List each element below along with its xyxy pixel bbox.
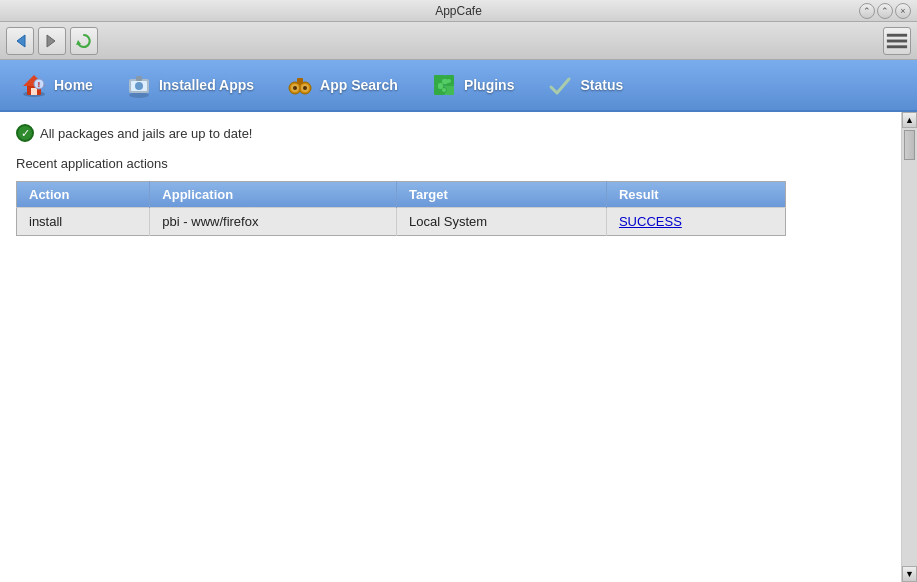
nav-status-label: Status (580, 77, 623, 93)
scrollbar[interactable]: ▲ ▼ (901, 112, 917, 582)
app-search-icon (286, 71, 314, 99)
scroll-up-button[interactable]: ▲ (902, 112, 917, 128)
svg-rect-5 (887, 45, 907, 48)
scrollbar-track[interactable] (902, 128, 917, 566)
svg-point-24 (303, 86, 307, 90)
svg-marker-1 (47, 35, 55, 47)
navbar: ! Home Installed Apps (0, 60, 917, 112)
svg-point-23 (293, 86, 297, 90)
svg-rect-33 (442, 79, 448, 84)
svg-marker-2 (76, 40, 81, 45)
minimize-button[interactable]: ⌃ (859, 3, 875, 19)
status-icon (546, 71, 574, 99)
cell-target: Local System (397, 208, 607, 236)
actions-table: Action Application Target Result install… (16, 181, 786, 236)
svg-text:!: ! (38, 81, 40, 88)
nav-plugins-label: Plugins (464, 77, 515, 93)
nav-home-label: Home (54, 77, 93, 93)
scroll-down-button[interactable]: ▼ (902, 566, 917, 582)
svg-rect-3 (887, 33, 907, 36)
back-button[interactable] (6, 27, 34, 55)
status-ok-icon: ✓ (16, 124, 34, 142)
svg-rect-22 (297, 78, 303, 84)
svg-rect-4 (887, 39, 907, 42)
svg-rect-34 (438, 83, 443, 89)
refresh-button[interactable] (70, 27, 98, 55)
cell-result[interactable]: SUCCESS (606, 208, 785, 236)
svg-rect-9 (31, 88, 37, 95)
forward-button[interactable] (38, 27, 66, 55)
nav-home[interactable]: ! Home (4, 63, 109, 107)
col-target: Target (397, 182, 607, 208)
scrollbar-thumb[interactable] (904, 130, 915, 160)
col-action: Action (17, 182, 150, 208)
close-button[interactable]: × (895, 3, 911, 19)
cell-action: install (17, 208, 150, 236)
nav-app-search-label: App Search (320, 77, 398, 93)
col-result: Result (606, 182, 785, 208)
cell-application: pbi - www/firefox (150, 208, 397, 236)
success-link[interactable]: SUCCESS (619, 214, 682, 229)
col-application: Application (150, 182, 397, 208)
nav-installed-apps[interactable]: Installed Apps (109, 63, 270, 107)
nav-status[interactable]: Status (530, 63, 639, 107)
table-header-row: Action Application Target Result (17, 182, 786, 208)
titlebar: AppCafe ⌃ ⌃ × (0, 0, 917, 22)
nav-plugins[interactable]: Plugins (414, 63, 531, 107)
svg-point-15 (135, 82, 143, 90)
plugins-icon (430, 71, 458, 99)
nav-app-search[interactable]: App Search (270, 63, 414, 107)
main-area: ! Home Installed Apps (0, 60, 917, 582)
toolbar (0, 22, 917, 60)
installed-apps-icon (125, 71, 153, 99)
table-row: install pbi - www/firefox Local System S… (17, 208, 786, 236)
svg-marker-0 (17, 35, 25, 47)
svg-rect-16 (136, 76, 142, 81)
content-area: ✓ All packages and jails are up to date!… (0, 112, 917, 582)
svg-point-32 (442, 88, 446, 92)
section-title: Recent application actions (16, 156, 885, 171)
menu-button[interactable] (883, 27, 911, 55)
maximize-button[interactable]: ⌃ (877, 3, 893, 19)
status-message-row: ✓ All packages and jails are up to date! (16, 124, 885, 142)
window-controls: ⌃ ⌃ × (859, 3, 911, 19)
status-text: All packages and jails are up to date! (40, 126, 252, 141)
nav-installed-apps-label: Installed Apps (159, 77, 254, 93)
home-icon: ! (20, 71, 48, 99)
content-main: ✓ All packages and jails are up to date!… (0, 112, 901, 582)
window-title: AppCafe (435, 4, 482, 18)
